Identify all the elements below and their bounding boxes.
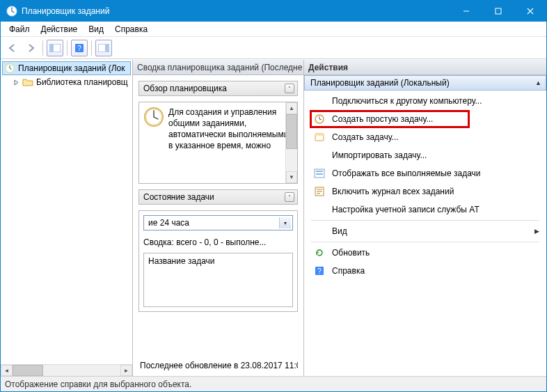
blank-icon (314, 150, 325, 161)
maximize-button[interactable] (482, 1, 514, 22)
svg-rect-4 (50, 45, 54, 52)
last-update: Последнее обновление в 23.08.2017 11:00 (138, 359, 298, 370)
back-button[interactable] (4, 40, 21, 56)
scroll-thumb[interactable] (13, 365, 43, 376)
svg-rect-8 (105, 45, 109, 52)
svg-text:?: ? (317, 267, 322, 275)
menu-action[interactable]: Действие (35, 23, 84, 36)
action-label: Подключиться к другому компьютеру... (332, 96, 539, 106)
window-buttons (450, 1, 546, 22)
action-label: Создать задачу... (332, 132, 539, 142)
action-list: Подключиться к другому компьютеру... Соз… (304, 91, 546, 281)
state-groupbar[interactable]: Состояние задачи ˄ (138, 189, 298, 205)
action-create-task[interactable]: Создать задачу... (304, 128, 546, 146)
action-label: Настройка учетной записи службы AT (332, 205, 539, 214)
summary-line: Сводка: всего - 0, 0 - выполне... (143, 235, 293, 249)
overview-groupbar[interactable]: Обзор планировщика ˄ (138, 81, 298, 96)
tree-hscrollbar[interactable]: ◄ ► (1, 364, 132, 376)
action-label: Включить журнал всех заданий (332, 187, 539, 196)
tree-root-label: Планировщик заданий (Лок (18, 63, 125, 73)
state-title: Состояние задачи (143, 192, 214, 202)
action-label: Отображать все выполняемые задачи (332, 168, 539, 178)
scroll-up-icon[interactable]: ▲ (286, 102, 297, 114)
toolbar: ? (1, 37, 546, 59)
app-icon (6, 6, 17, 17)
tree-root-scheduler[interactable]: Планировщик заданий (Лок (2, 61, 131, 75)
action-label: Обновить (332, 248, 539, 258)
menu-help[interactable]: Справка (109, 23, 153, 36)
task-name-box[interactable]: Название задачи (143, 253, 293, 307)
blank-icon (314, 204, 325, 215)
separator (311, 242, 539, 242)
scroll-thumb[interactable] (286, 114, 297, 149)
statusbar: Отображение справки для выбранного объек… (1, 376, 546, 391)
show-hide-action-button[interactable] (95, 40, 112, 56)
summary-header: Сводка планировщика заданий (Последне (133, 60, 303, 75)
window-title: Планировщик заданий (22, 6, 450, 16)
action-at-account[interactable]: Настройка учетной записи службы AT (304, 201, 546, 219)
action-label: Вид (332, 226, 528, 236)
folder-icon (22, 77, 33, 87)
svg-rect-16 (316, 171, 323, 172)
running-tasks-icon (314, 168, 325, 179)
actions-header: Действия (304, 60, 546, 75)
tree-library[interactable]: Библиотека планировщ (1, 75, 132, 89)
minimize-button[interactable] (450, 1, 482, 22)
action-label: Импортировать задачу... (332, 150, 539, 160)
actions-pane: Действия Планировщик заданий (Локальный)… (304, 60, 546, 376)
scroll-right-icon[interactable]: ► (120, 365, 132, 376)
create-task-icon (314, 132, 325, 143)
collapse-icon[interactable]: ˄ (285, 192, 294, 202)
svg-text:?: ? (77, 45, 81, 52)
action-connect[interactable]: Подключиться к другому компьютеру... (304, 92, 546, 110)
help-button[interactable]: ? (71, 40, 88, 56)
action-view[interactable]: Вид ▶ (304, 222, 546, 240)
overview-vscrollbar[interactable]: ▲ ▼ (285, 102, 297, 183)
action-label: Справка (332, 266, 539, 276)
collapse-icon[interactable]: ▲ (535, 79, 541, 86)
toolbar-separator (42, 40, 43, 56)
menu-view[interactable]: Вид (83, 23, 109, 36)
action-help[interactable]: ? Справка (304, 262, 546, 280)
history-icon (314, 186, 325, 197)
scroll-left-icon[interactable]: ◄ (1, 365, 13, 376)
action-import-task[interactable]: Импортировать задачу... (304, 146, 546, 164)
action-show-running[interactable]: Отображать все выполняемые задачи (304, 164, 546, 182)
blank-icon (314, 226, 325, 237)
overview-title: Обзор планировщика (143, 84, 227, 93)
forward-button[interactable] (22, 40, 39, 56)
submenu-arrow-icon: ▶ (534, 228, 539, 235)
overview-box: Для создания и управления общими задания… (138, 102, 298, 184)
menu-file[interactable]: Файл (3, 23, 35, 36)
scroll-down-icon[interactable]: ▼ (286, 171, 297, 183)
separator (311, 220, 539, 221)
action-enable-history[interactable]: Включить журнал всех заданий (304, 182, 546, 201)
tree-pane: Планировщик заданий (Лок Библиотека план… (1, 60, 133, 376)
refresh-icon (314, 247, 325, 258)
tree-library-label: Библиотека планировщ (36, 77, 128, 87)
titlebar: Планировщик заданий (1, 1, 546, 22)
action-label: Создать простую задачу... (332, 114, 539, 124)
svg-rect-14 (315, 134, 324, 136)
close-button[interactable] (514, 1, 546, 22)
blank-icon (314, 95, 325, 107)
state-box: ие 24 часа ▾ Сводка: всего - 0, 0 - выпо… (138, 210, 298, 312)
task-name-label: Название задачи (148, 256, 215, 266)
actions-scope-bar[interactable]: Планировщик заданий (Локальный) ▲ (304, 75, 546, 91)
period-dropdown[interactable]: ие 24 часа ▾ (143, 215, 293, 230)
client-area: Планировщик заданий (Лок Библиотека план… (1, 59, 546, 376)
action-create-basic-task[interactable]: Создать простую задачу... (304, 110, 546, 128)
chevron-down-icon[interactable]: ▾ (279, 217, 291, 228)
create-basic-icon (314, 113, 325, 125)
action-refresh[interactable]: Обновить (304, 244, 546, 262)
period-value: ие 24 часа (148, 218, 189, 228)
overview-text: Для создания и управления общими задания… (168, 107, 293, 179)
summary-pane: Сводка планировщика заданий (Последне Об… (133, 60, 304, 376)
clock-icon (4, 63, 15, 74)
toolbar-separator (67, 40, 68, 56)
toolbar-separator (91, 40, 92, 56)
show-hide-tree-button[interactable] (47, 40, 63, 56)
collapse-icon[interactable]: ˄ (285, 84, 294, 93)
svg-rect-17 (316, 173, 323, 175)
expand-icon[interactable] (13, 79, 19, 86)
